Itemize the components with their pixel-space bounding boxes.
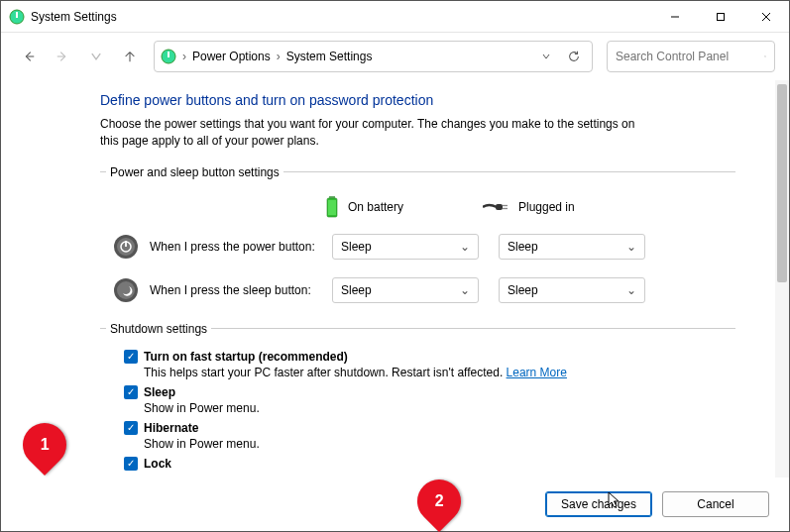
scrollbar-track[interactable] bbox=[777, 282, 787, 476]
app-window: System Settings › Power Options › System… bbox=[0, 0, 790, 532]
hibernate-item: ✓ Hibernate Show in Power menu. bbox=[124, 421, 735, 451]
sleep-button-label: When I press the sleep button: bbox=[150, 283, 324, 297]
power-options-icon bbox=[161, 49, 176, 64]
page-heading: Define power buttons and turn on passwor… bbox=[100, 92, 735, 108]
power-sleep-group: Power and sleep button settings On batte… bbox=[100, 165, 735, 322]
cancel-button[interactable]: Cancel bbox=[662, 491, 769, 517]
refresh-button[interactable] bbox=[562, 45, 586, 68]
callout-2: 2 bbox=[408, 471, 470, 532]
title-bar: System Settings bbox=[1, 1, 789, 33]
nav-toolbar: › Power Options › System Settings bbox=[1, 33, 789, 80]
chevron-down-icon: ⌄ bbox=[626, 283, 636, 297]
svg-rect-15 bbox=[496, 204, 503, 210]
vertical-scrollbar[interactable] bbox=[775, 80, 789, 478]
app-icon bbox=[9, 9, 25, 25]
fast-startup-label: Turn on fast startup (recommended) bbox=[144, 350, 348, 364]
close-button[interactable] bbox=[743, 1, 789, 32]
forward-button[interactable] bbox=[49, 43, 76, 70]
hibernate-sub: Show in Power menu. bbox=[124, 435, 735, 451]
back-button[interactable] bbox=[15, 43, 43, 70]
address-bar[interactable]: › Power Options › System Settings bbox=[154, 41, 593, 72]
power-button-label: When I press the power button: bbox=[150, 240, 324, 254]
chevron-down-icon: ⌄ bbox=[626, 240, 636, 254]
power-button-plugged-select[interactable]: Sleep ⌄ bbox=[499, 234, 645, 260]
chevron-right-icon: › bbox=[180, 50, 188, 63]
sleep-button-plugged-select[interactable]: Sleep ⌄ bbox=[499, 277, 645, 303]
power-button-battery-select[interactable]: Sleep ⌄ bbox=[332, 234, 479, 260]
svg-point-10 bbox=[764, 55, 765, 56]
hibernate-label: Hibernate bbox=[144, 421, 198, 435]
callout-1: 1 bbox=[14, 413, 75, 475]
svg-rect-14 bbox=[328, 200, 336, 215]
window-title: System Settings bbox=[31, 10, 652, 24]
sleep-button-icon bbox=[112, 276, 140, 304]
sleep-checkbox[interactable]: ✓ bbox=[124, 385, 138, 399]
battery-icon bbox=[324, 195, 340, 219]
cursor-icon bbox=[608, 491, 621, 509]
maximize-button[interactable] bbox=[698, 1, 743, 32]
svg-rect-12 bbox=[329, 196, 335, 198]
footer: 2 Save changes Cancel bbox=[1, 478, 789, 531]
sleep-item: ✓ Sleep Show in Power menu. bbox=[124, 385, 735, 415]
content-area: Define power buttons and turn on passwor… bbox=[1, 80, 789, 478]
window-controls bbox=[652, 1, 789, 32]
save-button[interactable]: Save changes bbox=[545, 491, 652, 517]
fast-startup-checkbox[interactable]: ✓ bbox=[124, 350, 138, 364]
plug-icon bbox=[483, 201, 510, 213]
sleep-button-battery-select[interactable]: Sleep ⌄ bbox=[332, 277, 479, 303]
chevron-right-icon: › bbox=[275, 50, 282, 63]
hibernate-checkbox[interactable]: ✓ bbox=[124, 421, 138, 435]
recent-dropdown[interactable] bbox=[82, 43, 110, 70]
sleep-label: Sleep bbox=[144, 385, 175, 399]
breadcrumb-parent[interactable]: Power Options bbox=[188, 48, 275, 65]
shutdown-group: Shutdown settings ✓ Turn on fast startup… bbox=[100, 322, 735, 478]
svg-rect-1 bbox=[16, 12, 18, 18]
svg-rect-9 bbox=[168, 52, 169, 57]
power-sleep-legend: Power and sleep button settings bbox=[106, 165, 283, 179]
sleep-sub: Show in Power menu. bbox=[124, 399, 735, 415]
col-plugged-label: Plugged in bbox=[518, 200, 575, 214]
power-button-row: When I press the power button: Sleep ⌄ S… bbox=[106, 225, 735, 268]
search-icon bbox=[764, 50, 766, 63]
page-description: Choose the power settings that you want … bbox=[100, 116, 655, 150]
sleep-button-row: When I press the sleep button: Sleep ⌄ S… bbox=[106, 268, 735, 312]
lock-checkbox[interactable]: ✓ bbox=[124, 457, 138, 471]
learn-more-link[interactable]: Learn More bbox=[507, 366, 567, 379]
chevron-down-icon: ⌄ bbox=[460, 283, 470, 297]
minimize-button[interactable] bbox=[652, 1, 698, 32]
breadcrumb-current[interactable]: System Settings bbox=[282, 48, 377, 65]
up-button[interactable] bbox=[116, 43, 144, 70]
fast-startup-item: ✓ Turn on fast startup (recommended) Thi… bbox=[124, 350, 735, 379]
svg-rect-3 bbox=[718, 13, 725, 20]
address-dropdown[interactable] bbox=[534, 45, 558, 68]
col-battery-label: On battery bbox=[348, 200, 403, 214]
lock-label: Lock bbox=[144, 457, 171, 471]
shutdown-legend: Shutdown settings bbox=[106, 322, 211, 336]
chevron-down-icon: ⌄ bbox=[460, 240, 470, 254]
lock-item: ✓ Lock bbox=[124, 457, 735, 471]
power-button-icon bbox=[112, 233, 140, 261]
search-box[interactable] bbox=[607, 41, 775, 72]
search-input[interactable] bbox=[616, 50, 764, 63]
column-headers: On battery Plugged in bbox=[324, 189, 735, 225]
scrollbar-thumb[interactable] bbox=[777, 84, 787, 282]
fast-startup-sub: This helps start your PC faster after sh… bbox=[124, 364, 735, 379]
